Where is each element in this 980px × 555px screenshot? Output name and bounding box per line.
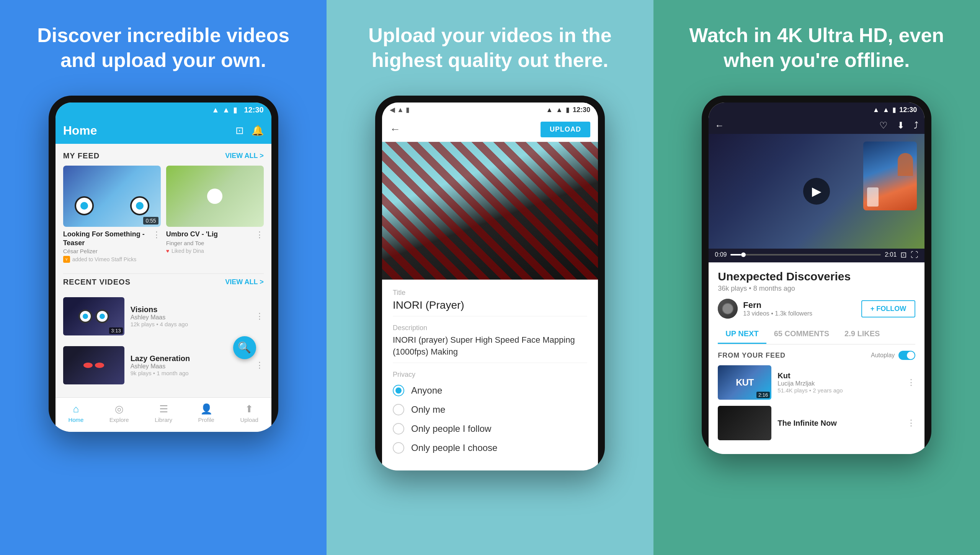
feed-meta-1: v added to Vimeo Staff Picks (63, 256, 161, 263)
tab-likes[interactable]: 2.9 LIKES (837, 325, 887, 344)
play-button[interactable]: ▶ (803, 178, 830, 205)
feed-video-author-1: Lucija Mrzljak (777, 380, 901, 387)
nav-upload[interactable]: ⬆ Upload (240, 403, 258, 423)
desc-label: Description (393, 324, 587, 332)
cast-icon-3[interactable]: ⊡ (900, 250, 907, 259)
title-value[interactable]: INORI (Prayer) (393, 299, 587, 316)
nav-library[interactable]: ☰ Library (155, 403, 172, 423)
privacy-onlyme-label: Only me (411, 404, 445, 415)
status-icons-1: ▲ ▲ ▮ 12:30 (212, 105, 264, 114)
recent-duration-1: 3:13 (109, 327, 122, 334)
status-icons-3: ▲ ▲ ▮ 12:30 (873, 106, 917, 114)
feed-thumb-1[interactable]: 0:55 (63, 166, 161, 227)
more-icon-2[interactable]: ⋮ (255, 230, 264, 240)
feed-video-title-2: Umbro CV - 'Lig (166, 230, 218, 239)
wifi-icon-2: ▲ (546, 106, 553, 114)
radio-follow[interactable] (393, 423, 404, 435)
nav-explore[interactable]: ◎ Explore (109, 403, 129, 423)
feed-video-info-2: The Infinite Now (777, 419, 901, 428)
wifi-icon: ▲ (212, 106, 219, 114)
recent-videos-title: RECENT VIDEOS (63, 278, 131, 286)
p3-video-title: Unexpected Discoveries (718, 270, 915, 283)
feed-label: FROM YOUR FEED (718, 352, 786, 360)
video-art (863, 142, 917, 210)
privacy-label: Privacy (393, 371, 587, 379)
feed-author-1: César Pelizer (63, 248, 161, 254)
panel-upload: Upload your videos in the highest qualit… (327, 0, 653, 555)
bottom-nav-1: ⌂ Home ◎ Explore ☰ Library 👤 Profile ⬆ (56, 397, 271, 432)
author-name: Fern (743, 300, 856, 310)
download-icon-3[interactable]: ⬇ (897, 120, 905, 131)
back-icon[interactable]: ← (390, 123, 400, 135)
feed-item-2: Umbro CV - 'Lig ⋮ Finger and Toe ♥ Liked… (166, 166, 264, 266)
library-icon: ☰ (159, 403, 168, 415)
nav-profile[interactable]: 👤 Profile (198, 403, 214, 423)
feed-author-2: Finger and Toe (166, 240, 264, 246)
recent-item-1: 3:13 Visions Ashley Maas 12k plays • 4 d… (63, 292, 264, 341)
privacy-option-follow[interactable]: Only people I follow (393, 423, 587, 435)
profile-icon: 👤 (200, 403, 212, 415)
recent-thumb-2[interactable] (63, 346, 124, 384)
my-feed-view-all[interactable]: VIEW ALL > (225, 152, 264, 160)
more-icon-1[interactable]: ⋮ (152, 230, 161, 240)
desc-value[interactable]: INORI (prayer) Super High Speed Face Map… (393, 334, 587, 363)
privacy-option-onlyme[interactable]: Only me (393, 404, 587, 415)
privacy-choose-label: Only people I choose (411, 443, 497, 453)
upload-button[interactable]: UPLOAD (541, 122, 590, 137)
follow-button[interactable]: + FOLLOW (861, 300, 916, 317)
feed-thumb-2[interactable] (166, 166, 264, 227)
radio-choose[interactable] (393, 442, 404, 454)
more-icon-feed-1[interactable]: ⋮ (907, 378, 915, 387)
signal-icon-3: ▲ (882, 106, 889, 114)
more-icon-recent-1[interactable]: ⋮ (255, 311, 264, 321)
recent-title-1: Visions (131, 305, 249, 314)
radio-anyone[interactable] (393, 385, 404, 396)
p1-appbar-icons: ⊡ 🔔 (235, 125, 264, 137)
signal-icon-2: ▲ (556, 106, 563, 114)
nav-library-label: Library (155, 417, 172, 423)
status-time-1: 12:30 (244, 106, 264, 114)
fullscreen-icon-3[interactable]: ⛶ (911, 251, 918, 259)
my-feed-title: MY FEED (63, 151, 100, 160)
privacy-option-choose[interactable]: Only people I choose (393, 442, 587, 454)
progress-handle[interactable] (741, 252, 746, 257)
title-label: Title (393, 289, 587, 297)
p2-video-preview (382, 142, 598, 280)
explore-icon: ◎ (115, 403, 124, 415)
feed-row: 0:55 Looking For Something - Teaser ⋮ Cé… (63, 166, 264, 266)
status-bar-2: ◀ ▲ ▮ ▲ ▲ ▮ 12:30 (382, 103, 598, 117)
privacy-anyone-label: Anyone (411, 385, 442, 396)
autoplay-toggle[interactable] (898, 351, 915, 360)
bell-icon[interactable]: 🔔 (252, 125, 264, 137)
panel-watch: Watch in 4K Ultra HD, even when you're o… (653, 0, 980, 555)
back-icon-3[interactable]: ← (715, 120, 724, 131)
feed-video-stats-1: 51.4K plays • 2 years ago (777, 387, 901, 394)
recent-thumb-1[interactable]: 3:13 (63, 297, 124, 335)
progress-bar[interactable] (730, 254, 881, 256)
nav-home-label: Home (68, 417, 83, 423)
radio-onlyme[interactable] (393, 404, 404, 415)
recent-item-2: Lazy Generation Ashley Maas 9k plays • 1… (63, 341, 264, 390)
feed-video-thumb-1[interactable]: KUT 2:16 (718, 365, 771, 400)
nav-explore-label: Explore (109, 417, 129, 423)
author-avatar[interactable] (718, 299, 738, 319)
share-icon-3[interactable]: ⤴ (914, 120, 918, 131)
more-icon-recent-2[interactable]: ⋮ (255, 360, 264, 370)
phone-2-screen: ◀ ▲ ▮ ▲ ▲ ▮ 12:30 ← UPLOAD (382, 103, 598, 470)
search-fab[interactable]: 🔍 (233, 336, 256, 359)
recent-author-2: Ashley Maas (131, 363, 249, 370)
p3-tabs: UP NEXT 65 COMMENTS 2.9 LIKES (718, 325, 915, 345)
cast-icon[interactable]: ⊡ (235, 125, 244, 137)
heart-icon-3[interactable]: ♡ (879, 120, 888, 131)
divider-1 (63, 273, 264, 274)
panel-discover: Discover incredible videos and upload yo… (0, 0, 327, 555)
recent-videos-header: RECENT VIDEOS VIEW ALL > (63, 278, 264, 286)
more-icon-feed-2[interactable]: ⋮ (907, 418, 915, 428)
tab-up-next[interactable]: UP NEXT (718, 325, 766, 344)
feed-video-thumb-2[interactable] (718, 406, 771, 440)
recent-view-all[interactable]: VIEW ALL > (225, 278, 264, 286)
status-bar-3: ▲ ▲ ▮ 12:30 (709, 103, 924, 117)
tab-comments[interactable]: 65 COMMENTS (766, 325, 837, 344)
privacy-option-anyone[interactable]: Anyone (393, 385, 587, 396)
nav-home[interactable]: ⌂ Home (68, 403, 83, 423)
